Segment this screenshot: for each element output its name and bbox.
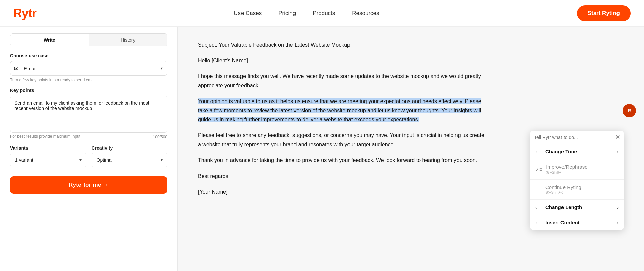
email-signature: [Your Name] <box>198 187 486 196</box>
key-points-label: Key points <box>10 88 167 93</box>
nav-link-products[interactable]: Products <box>313 10 335 17</box>
highlighted-paragraph: Your opinion is valuable to us as it hel… <box>198 98 481 122</box>
key-points-textarea[interactable]: Send an email to my client asking them f… <box>10 96 167 133</box>
change-tone-content: Change Tone <box>545 149 613 154</box>
nav-links: Use Cases Pricing Products Resources <box>234 10 379 17</box>
continue-ryting-label: Continue Ryting <box>545 184 619 190</box>
close-icon[interactable]: ✕ <box>615 134 620 140</box>
change-tone-icon: ‹ <box>535 149 541 154</box>
creativity-select[interactable]: Optimal Low High <box>92 153 168 167</box>
context-menu: ✕ ‹ Change Tone › ✓≡ Improve/Rephrase ⌘+… <box>530 131 624 230</box>
use-case-hint: Turn a few key points into a ready to se… <box>10 78 167 82</box>
email-greeting: Hello [Client's Name], <box>198 56 486 65</box>
left-panel: Write History Choose use case ✉ Email Bl… <box>0 27 178 271</box>
email-para1: I hope this message finds you well. We h… <box>198 72 486 90</box>
improve-rephrase-content: Improve/Rephrase ⌘+Shift+I <box>546 164 619 175</box>
email-subject: Subject: Your Valuable Feedback on the L… <box>198 40 486 49</box>
continue-ryting-icon: ··· <box>535 187 541 192</box>
start-ryting-button[interactable]: Start Ryting <box>577 5 631 21</box>
email-para2: Your opinion is valuable to us as it hel… <box>198 97 486 124</box>
creativity-select-wrapper: Optimal Low High ▾ <box>92 153 168 167</box>
variants-label: Variants <box>10 145 86 151</box>
logo: Rytr <box>13 6 36 20</box>
improve-rephrase-shortcut: ⌘+Shift+I <box>546 170 619 175</box>
improve-rephrase-label: Improve/Rephrase <box>546 164 619 170</box>
tab-history[interactable]: History <box>89 33 168 46</box>
use-case-label: Choose use case <box>10 53 167 58</box>
improve-rephrase-icon: ✓≡ <box>535 167 542 172</box>
nav-link-resources[interactable]: Resources <box>352 10 379 17</box>
right-content: Subject: Your Valuable Feedback on the L… <box>178 27 644 271</box>
logo-text: Rytr <box>13 6 36 20</box>
insert-content-arrow-icon: › <box>617 220 619 225</box>
variants-select[interactable]: 1 variant 2 variants 3 variants <box>10 153 86 167</box>
email-para3: Please feel free to share any feedback, … <box>198 131 486 149</box>
nav-link-usecases[interactable]: Use Cases <box>234 10 262 17</box>
email-body: Subject: Your Valuable Feedback on the L… <box>198 40 486 196</box>
context-item-continue-ryting[interactable]: ··· Continue Ryting ⌘+Shift+K <box>530 180 624 200</box>
change-tone-label: Change Tone <box>545 149 613 154</box>
use-case-select-wrapper: ✉ Email Blog Post Ad Copy ▾ <box>10 61 167 76</box>
insert-content-label: Insert Content <box>545 220 613 225</box>
context-menu-input[interactable] <box>534 135 613 140</box>
email-closing: Best regards, <box>198 172 486 181</box>
insert-content-icon: ‹ <box>535 220 541 225</box>
change-length-icon: ‹ <box>535 205 541 210</box>
change-length-label: Change Length <box>545 204 613 210</box>
email-para4: Thank you in advance for taking the time… <box>198 156 486 165</box>
context-item-insert-content[interactable]: ‹ Insert Content › <box>530 215 624 230</box>
tab-row: Write History <box>10 33 167 46</box>
change-length-arrow-icon: › <box>617 205 619 210</box>
context-item-improve-rephrase[interactable]: ✓≡ Improve/Rephrase ⌘+Shift+I <box>530 159 624 180</box>
use-case-select[interactable]: Email Blog Post Ad Copy <box>10 61 167 76</box>
nav-link-pricing[interactable]: Pricing <box>278 10 296 17</box>
user-initials: R <box>628 108 631 113</box>
change-tone-arrow-icon: › <box>617 149 619 154</box>
context-menu-header: ✕ <box>530 131 624 144</box>
key-points-wrapper: Send an email to my client asking them f… <box>10 96 167 134</box>
char-count: 100/500 <box>153 135 167 144</box>
email-icon: ✉ <box>14 65 18 72</box>
tab-write[interactable]: Write <box>10 33 89 46</box>
char-info-row: For best results provide maximum input 1… <box>10 134 167 144</box>
variants-col: Variants 1 variant 2 variants 3 variants… <box>10 145 86 170</box>
key-points-hint: For best results provide maximum input <box>10 134 80 139</box>
navbar: Rytr Use Cases Pricing Products Resource… <box>0 0 644 27</box>
variants-select-wrapper: 1 variant 2 variants 3 variants ▾ <box>10 153 86 167</box>
creativity-label: Creativity <box>92 145 168 151</box>
variants-creativity-row: Variants 1 variant 2 variants 3 variants… <box>10 145 167 170</box>
user-avatar[interactable]: R <box>623 104 636 117</box>
context-item-change-tone[interactable]: ‹ Change Tone › <box>530 144 624 159</box>
context-item-change-length[interactable]: ‹ Change Length › <box>530 200 624 215</box>
change-length-content: Change Length <box>545 204 613 210</box>
insert-content-content: Insert Content <box>545 220 613 225</box>
creativity-col: Creativity Optimal Low High ▾ <box>92 145 168 170</box>
continue-ryting-content: Continue Ryting ⌘+Shift+K <box>545 184 619 195</box>
main-container: Write History Choose use case ✉ Email Bl… <box>0 27 644 271</box>
continue-ryting-shortcut: ⌘+Shift+K <box>545 190 619 195</box>
ryte-for-me-button[interactable]: Ryte for me → <box>10 176 167 194</box>
